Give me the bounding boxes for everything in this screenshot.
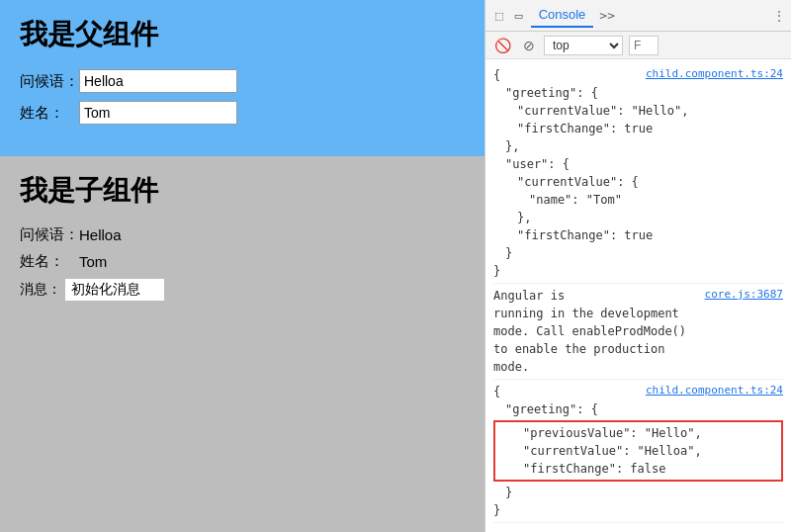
mobile-icon[interactable]: ▭	[511, 6, 527, 25]
name-label: 姓名：	[20, 104, 79, 123]
log-line: "currentValue": "Hello",	[493, 102, 783, 120]
message-value: 初始化消息	[65, 279, 164, 301]
log-entry-1-text: {	[493, 66, 500, 84]
console-prompt[interactable]: >	[493, 523, 783, 532]
inspect-icon[interactable]: ⬚	[491, 6, 507, 25]
log-entry-1-file[interactable]: child.component.ts:24	[646, 66, 783, 84]
devtools-toolbar: 🚫 ⊘ top	[485, 32, 791, 59]
angular-warning-file[interactable]: core.js:3687	[705, 287, 783, 305]
child-name-row: 姓名： Tom	[20, 252, 465, 271]
settings-icon[interactable]: ⋮	[773, 9, 785, 23]
devtools-header: ⬚ ▭ Console >> ⋮	[485, 0, 791, 32]
child-greeting-value: Helloa	[79, 226, 122, 243]
greeting-input[interactable]	[79, 69, 237, 93]
log-line: "firstChange": true	[493, 120, 783, 137]
child-greeting-row: 问候语： Helloa	[20, 225, 465, 244]
pause-button[interactable]: ⊘	[520, 36, 538, 55]
angular-warning-body: running in the developmentmode. Call ena…	[493, 305, 783, 376]
log-line: },	[493, 137, 783, 155]
child-name-value: Tom	[79, 253, 107, 270]
message-label: 消息：	[20, 281, 61, 299]
log-line: "firstChange": false	[499, 460, 777, 478]
log-entry-1-header: { child.component.ts:24	[493, 66, 783, 84]
filter-input[interactable]	[629, 36, 659, 55]
log-line: "name": "Tom"	[493, 191, 783, 209]
devtools-panel: ⬚ ▭ Console >> ⋮ 🚫 ⊘ top { child.compone…	[484, 0, 791, 532]
log-line: },	[493, 209, 783, 226]
highlighted-block: "previousValue": "Hello", "currentValue"…	[493, 420, 783, 482]
log-line: }	[493, 244, 783, 262]
devtools-menu: ⋮	[773, 9, 785, 23]
parent-title: 我是父组件	[20, 16, 465, 53]
log-line: }	[493, 484, 783, 501]
angular-warning-line: Angular is core.js:3687	[493, 287, 783, 305]
log-entry-1: { child.component.ts:24 "greeting": { "c…	[493, 63, 783, 284]
log-line: "greeting": {	[493, 400, 783, 418]
console-content: { child.component.ts:24 "greeting": { "c…	[485, 59, 791, 532]
log-line: "firstChange": true	[493, 226, 783, 244]
name-row: 姓名：	[20, 101, 465, 125]
log-line: "currentValue": "Helloa",	[499, 442, 777, 460]
log-line: "currentValue": {	[493, 173, 783, 191]
console-tab[interactable]: Console	[531, 3, 594, 28]
clear-console-button[interactable]: 🚫	[491, 36, 514, 55]
log-entry-2-open: {	[493, 383, 500, 400]
left-panel: 我是父组件 问候语： 姓名： 我是子组件 问候语： Helloa 姓名： Tom…	[0, 0, 484, 532]
name-input[interactable]	[79, 101, 237, 125]
log-line: "user": {	[493, 155, 783, 173]
log-line: }	[493, 262, 783, 280]
angular-warning-text: Angular is	[493, 287, 565, 305]
context-select[interactable]: top	[544, 36, 623, 55]
log-line: "previousValue": "Hello",	[499, 424, 777, 442]
child-title: 我是子组件	[20, 172, 465, 210]
more-tabs-icon[interactable]: >>	[599, 8, 615, 23]
log-entry-2: { child.component.ts:24 "greeting": { "p…	[493, 380, 783, 523]
message-row: 消息： 初始化消息	[20, 279, 465, 301]
child-greeting-label: 问候语：	[20, 225, 79, 244]
greeting-row: 问候语：	[20, 69, 465, 93]
greeting-label: 问候语：	[20, 72, 79, 91]
log-entry-2-file[interactable]: child.component.ts:24	[646, 383, 783, 400]
child-section: 我是子组件 问候语： Helloa 姓名： Tom 消息： 初始化消息	[0, 156, 484, 532]
log-line: "greeting": {	[493, 84, 783, 102]
angular-warning: Angular is core.js:3687 running in the d…	[493, 284, 783, 380]
child-name-label: 姓名：	[20, 252, 79, 271]
parent-section: 我是父组件 问候语： 姓名：	[0, 0, 484, 156]
log-entry-2-header: { child.component.ts:24	[493, 383, 783, 400]
log-line: }	[493, 501, 783, 519]
